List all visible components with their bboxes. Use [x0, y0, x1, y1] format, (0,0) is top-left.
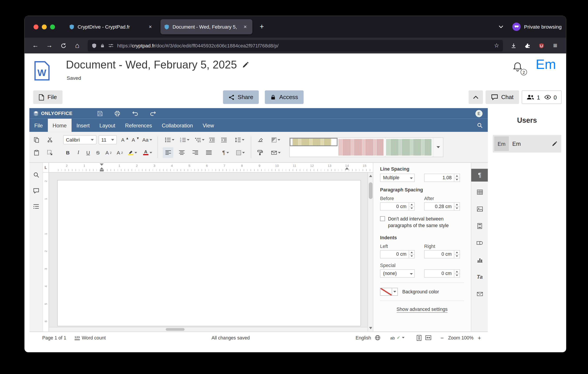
styles-gallery-expand-button[interactable]	[433, 138, 443, 157]
shading-dropdown[interactable]	[233, 147, 247, 158]
mail-merge-dropdown[interactable]	[269, 147, 283, 158]
user-avatar-initials[interactable]: Em	[536, 56, 556, 72]
save-icon[interactable]	[95, 109, 105, 117]
redo-icon[interactable]	[148, 109, 158, 117]
tab-stop-selector[interactable]: L	[43, 163, 49, 172]
access-button[interactable]: Access	[265, 90, 304, 104]
decrement-font-icon[interactable]: A▼	[130, 135, 141, 145]
bullets-dropdown[interactable]	[163, 135, 176, 145]
image-settings-icon[interactable]	[471, 203, 488, 216]
multilevel-list-dropdown[interactable]	[193, 135, 207, 145]
zoom-level-label[interactable]: Zoom 100%	[448, 335, 474, 340]
align-right-button[interactable]	[190, 147, 200, 158]
print-icon[interactable]	[112, 109, 122, 117]
background-color-swatch[interactable]	[380, 288, 392, 296]
vertical-ruler[interactable]: 21123456	[43, 173, 49, 332]
copy-icon[interactable]	[31, 135, 42, 145]
first-line-indent-marker[interactable]	[100, 164, 104, 166]
change-case-dropdown[interactable]: Aa	[141, 135, 154, 145]
align-center-button[interactable]	[176, 147, 187, 158]
zoom-out-button[interactable]: −	[441, 334, 444, 341]
document-canvas[interactable]	[49, 173, 368, 332]
word-count-button[interactable]: 123 Word count	[75, 335, 106, 340]
permissions-icon[interactable]	[108, 43, 114, 48]
increase-indent-icon[interactable]	[219, 135, 229, 145]
font-name-select[interactable]: Calibri	[63, 135, 97, 144]
globe-icon[interactable]	[375, 335, 381, 341]
comments-icon[interactable]	[30, 185, 42, 197]
header-footer-settings-icon[interactable]	[471, 219, 488, 232]
edit-title-pencil-icon[interactable]	[242, 62, 249, 68]
zoom-in-button[interactable]: +	[478, 334, 481, 341]
align-justify-button[interactable]	[203, 147, 214, 158]
textart-settings-icon[interactable]: Ta	[471, 270, 488, 283]
downloads-icon[interactable]	[507, 40, 520, 51]
copy-style-icon[interactable]	[254, 147, 265, 158]
decrease-indent-icon[interactable]	[207, 135, 217, 145]
close-tab-icon[interactable]: ×	[147, 23, 154, 31]
vertical-scrollbar[interactable]	[368, 173, 373, 332]
indent-right-spinner[interactable]: 0 cm	[424, 250, 460, 258]
lock-icon[interactable]	[100, 43, 105, 48]
indent-left-spinner[interactable]: 0 cm	[380, 250, 415, 258]
font-color-dropdown[interactable]: A	[141, 147, 154, 158]
back-icon[interactable]: ←	[29, 40, 42, 51]
align-left-button[interactable]	[163, 147, 173, 158]
cut-icon[interactable]	[44, 135, 55, 145]
edit-user-pencil-icon[interactable]	[552, 141, 557, 146]
menu-tab-home[interactable]: Home	[48, 119, 72, 132]
bookmark-star-icon[interactable]: ☆	[494, 42, 499, 49]
find-icon[interactable]	[30, 169, 42, 181]
right-indent-marker[interactable]	[345, 167, 349, 169]
collapse-toolbar-button[interactable]	[468, 90, 483, 104]
fit-width-icon[interactable]	[425, 335, 431, 340]
notifications-bell-icon[interactable]: 2	[512, 61, 525, 74]
subscript-button[interactable]: A2	[115, 147, 125, 158]
menu-tab-references[interactable]: References	[120, 119, 157, 132]
page-indicator[interactable]: Page 1 of 1	[42, 335, 66, 340]
superscript-button[interactable]: A2	[103, 147, 114, 158]
numbering-dropdown[interactable]: 1.2.3.	[178, 135, 191, 145]
file-menu-button[interactable]: File	[33, 90, 63, 104]
new-tab-button[interactable]: +	[256, 21, 267, 32]
chat-button[interactable]: Chat	[485, 90, 519, 104]
home-icon[interactable]: ⌂	[71, 40, 84, 51]
font-size-select[interactable]: 11	[99, 135, 117, 144]
chart-settings-icon[interactable]	[471, 253, 488, 266]
spacing-before-spinner[interactable]: 0 cm	[380, 202, 415, 210]
paragraph-settings-icon[interactable]: ¶	[471, 169, 488, 182]
paragraph-shading-dropdown[interactable]	[269, 135, 283, 145]
highlight-color-dropdown[interactable]	[126, 147, 139, 158]
special-indent-select[interactable]: (none)	[380, 270, 415, 278]
menu-tab-view[interactable]: View	[198, 119, 219, 132]
italic-button[interactable]: I	[73, 147, 84, 158]
spellcheck-button[interactable]: ab✓	[390, 335, 405, 340]
list-all-tabs-chevron-icon[interactable]	[496, 21, 506, 32]
vertical-scrollbar-thumb[interactable]	[369, 182, 372, 199]
line-spacing-spinner[interactable]: 1.08	[424, 174, 460, 182]
horizontal-ruler[interactable]: L 21123456789101112131415	[43, 163, 373, 172]
line-spacing-dropdown[interactable]	[233, 135, 246, 145]
document-page[interactable]	[57, 180, 361, 326]
menu-tab-insert[interactable]: Insert	[72, 119, 94, 132]
mail-merge-settings-icon[interactable]	[471, 287, 488, 300]
menu-hamburger-icon[interactable]: ≡	[549, 40, 562, 51]
clear-style-icon[interactable]	[254, 135, 265, 145]
close-window-button[interactable]	[33, 24, 38, 29]
forward-icon[interactable]: →	[43, 40, 56, 51]
user-list-item[interactable]: Em Em	[493, 135, 561, 153]
underline-button[interactable]: U	[83, 147, 94, 158]
hanging-indent-marker[interactable]	[100, 167, 104, 169]
left-indent-marker[interactable]	[100, 170, 104, 171]
menu-tab-file[interactable]: File	[30, 119, 48, 132]
paste-icon[interactable]	[31, 147, 42, 158]
select-all-icon[interactable]	[44, 147, 55, 158]
show-advanced-settings-link[interactable]: Show advanced settings	[397, 307, 448, 313]
strikethrough-button[interactable]: S	[93, 147, 103, 158]
url-bar[interactable]: https://cryptpad.fr/doc/#/3/doc/edit/ff0…	[88, 40, 503, 52]
spacing-after-spinner[interactable]: 0.28 cm	[424, 202, 460, 210]
share-button[interactable]: Share	[223, 90, 259, 104]
background-color-dropdown[interactable]	[392, 288, 398, 296]
style-preview-heading[interactable]	[385, 138, 433, 157]
language-label[interactable]: English	[356, 335, 371, 340]
